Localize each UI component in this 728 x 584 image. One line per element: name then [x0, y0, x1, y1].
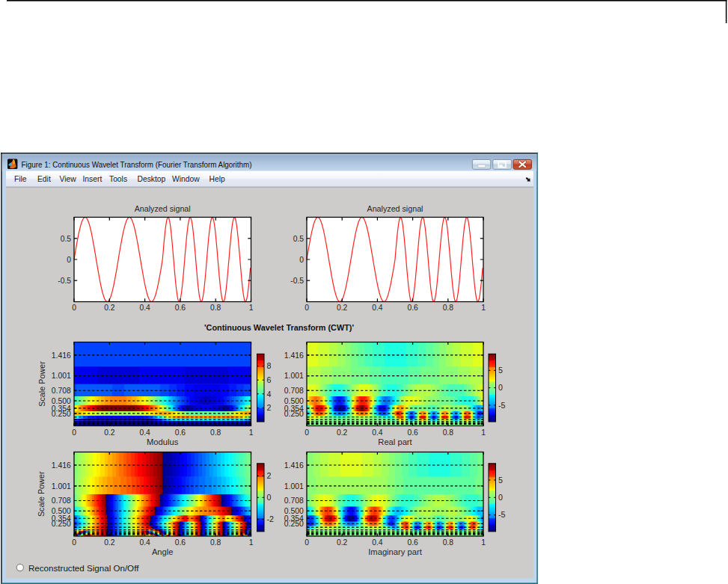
svg-text:1: 1	[249, 428, 254, 437]
svg-text:0: 0	[72, 304, 76, 312]
svg-text:-0.5: -0.5	[290, 277, 304, 285]
svg-text:1: 1	[249, 538, 254, 547]
svg-text:0: 0	[72, 538, 76, 547]
svg-text:0.2: 0.2	[337, 304, 348, 312]
svg-text:Tools: Tools	[109, 175, 127, 183]
svg-text:0.2: 0.2	[104, 538, 115, 547]
svg-text:0.250: 0.250	[284, 520, 304, 528]
svg-text:0.8: 0.8	[443, 304, 454, 312]
svg-text:0.2: 0.2	[104, 304, 115, 312]
svg-text:1: 1	[249, 304, 254, 312]
svg-text:0: 0	[72, 428, 76, 437]
svg-text:0.708: 0.708	[284, 387, 304, 395]
svg-text:1: 1	[481, 538, 486, 547]
svg-text:Scale Power: Scale Power	[37, 361, 46, 407]
svg-text:0.250: 0.250	[52, 410, 71, 418]
svg-text:1: 1	[481, 428, 486, 437]
svg-text:0.5: 0.5	[61, 235, 72, 243]
svg-text:1.001: 1.001	[284, 482, 304, 491]
svg-text:0: 0	[299, 256, 304, 264]
svg-text:File: File	[14, 175, 27, 183]
svg-text:0.6: 0.6	[175, 428, 186, 437]
svg-text:Reconstructed Signal On/Off: Reconstructed Signal On/Off	[28, 563, 139, 573]
svg-text:0.250: 0.250	[284, 410, 304, 418]
svg-text:5: 5	[498, 476, 503, 485]
svg-text:View: View	[60, 175, 77, 183]
svg-text:0.8: 0.8	[443, 538, 454, 547]
svg-text:0.6: 0.6	[175, 304, 186, 312]
svg-text:2: 2	[267, 471, 272, 480]
svg-text:0.6: 0.6	[407, 428, 418, 437]
svg-text:1.001: 1.001	[52, 482, 71, 491]
svg-text:-2: -2	[267, 514, 275, 523]
svg-text:0.8: 0.8	[210, 538, 221, 547]
svg-text:0: 0	[498, 493, 503, 502]
svg-text:5: 5	[498, 366, 503, 375]
svg-text:Insert: Insert	[83, 175, 103, 183]
svg-text:0.4: 0.4	[139, 538, 150, 547]
svg-text:Analyzed signal: Analyzed signal	[135, 204, 191, 213]
svg-text:1.001: 1.001	[52, 372, 71, 380]
svg-text:0: 0	[267, 493, 272, 502]
svg-text:Figure 1: Continuous Wavelet T: Figure 1: Continuous Wavelet Transform (…	[22, 160, 252, 169]
svg-text:0.4: 0.4	[372, 538, 383, 547]
svg-text:0.8: 0.8	[443, 428, 454, 437]
svg-text:0.2: 0.2	[104, 428, 115, 437]
svg-text:-5: -5	[498, 510, 506, 519]
svg-text:0.4: 0.4	[139, 304, 150, 312]
svg-text:1.001: 1.001	[284, 372, 304, 380]
svg-text:0: 0	[67, 256, 71, 264]
svg-text:0.8: 0.8	[210, 428, 221, 437]
svg-text:Modulus: Modulus	[147, 437, 179, 446]
svg-text:0.8: 0.8	[210, 304, 221, 312]
svg-text:0.5: 0.5	[293, 235, 305, 243]
svg-text:1.416: 1.416	[284, 461, 304, 470]
svg-text:2: 2	[267, 403, 272, 412]
svg-text:0.6: 0.6	[407, 538, 418, 547]
svg-text:0: 0	[305, 428, 309, 437]
svg-text:8: 8	[267, 361, 272, 370]
svg-text:0.6: 0.6	[407, 304, 418, 312]
svg-text:0: 0	[305, 538, 309, 547]
svg-text:Help: Help	[209, 175, 225, 183]
svg-text:Edit: Edit	[37, 175, 51, 183]
svg-text:-0.5: -0.5	[58, 277, 71, 285]
svg-text:'Continuous Wavelet Transform: 'Continuous Wavelet Transform (CWT)'	[204, 323, 354, 332]
svg-text:0.4: 0.4	[139, 428, 150, 437]
svg-text:-5: -5	[498, 401, 506, 410]
svg-text:0.6: 0.6	[175, 538, 186, 547]
svg-text:1: 1	[481, 304, 486, 312]
svg-text:Angle: Angle	[152, 547, 174, 556]
svg-text:Analyzed signal: Analyzed signal	[367, 204, 423, 213]
svg-text:0.250: 0.250	[52, 520, 71, 528]
svg-text:1.416: 1.416	[52, 461, 71, 470]
svg-text:1.416: 1.416	[52, 351, 71, 360]
svg-text:0.2: 0.2	[337, 538, 348, 547]
svg-text:4: 4	[267, 390, 272, 399]
svg-text:0.708: 0.708	[52, 387, 71, 395]
svg-text:0: 0	[305, 304, 309, 312]
svg-text:Window: Window	[172, 175, 200, 183]
svg-text:0: 0	[498, 383, 503, 392]
svg-text:1.416: 1.416	[284, 351, 304, 360]
svg-text:Scale Power: Scale Power	[37, 471, 46, 517]
svg-text:0.4: 0.4	[372, 304, 383, 312]
svg-text:Imaginary part: Imaginary part	[368, 547, 422, 556]
svg-text:0.708: 0.708	[284, 497, 304, 505]
svg-text:0.2: 0.2	[337, 428, 348, 437]
svg-text:6: 6	[267, 375, 272, 384]
svg-text:0.708: 0.708	[52, 497, 71, 505]
svg-text:Desktop: Desktop	[138, 175, 166, 183]
svg-text:Real part: Real part	[378, 437, 412, 446]
svg-text:0.4: 0.4	[372, 428, 383, 437]
